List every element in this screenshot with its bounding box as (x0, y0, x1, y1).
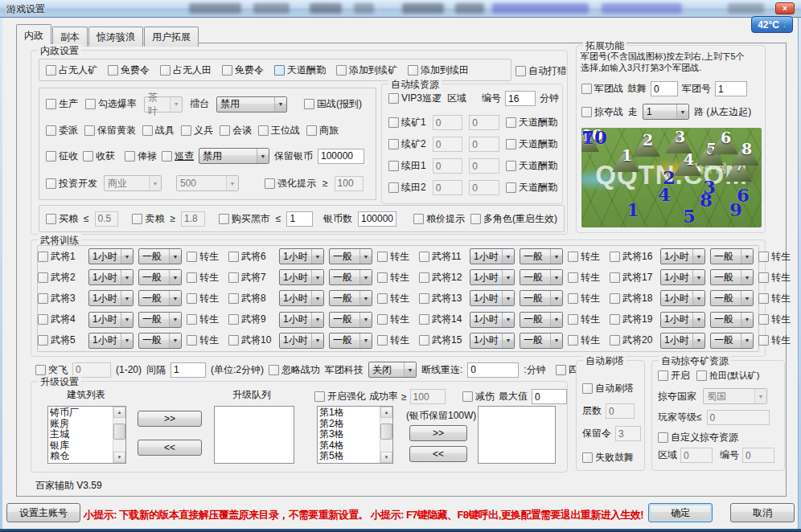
scroll-down-icon[interactable]: ▼ (113, 452, 125, 463)
duration-dropdown[interactable]: 1小时▼ (279, 312, 324, 328)
grain-alert-checkbox-item[interactable]: 粮价提示 (413, 212, 465, 226)
duration-dropdown[interactable]: 1小时▼ (88, 290, 134, 306)
reconnect-field[interactable]: 0 (467, 362, 519, 378)
reborn-checkbox[interactable] (568, 272, 578, 283)
checkbox[interactable] (408, 65, 418, 76)
list-item[interactable]: 粮仓 (50, 451, 111, 462)
arena-dropdown[interactable]: 禁用▼ (216, 96, 287, 113)
checkbox[interactable] (306, 125, 317, 136)
sell-grain-checkbox-item[interactable]: 卖粮 (132, 212, 164, 226)
general-checkbox[interactable] (38, 252, 48, 262)
general-checkbox[interactable] (419, 314, 429, 325)
resource-checkbox-item[interactable]: 续矿1 (388, 116, 426, 129)
checkbox[interactable] (142, 125, 153, 136)
list-item[interactable]: 铸币厂 (50, 407, 111, 419)
drop-rate-dropdown[interactable]: 茶叶▼ (144, 96, 183, 113)
duration-dropdown[interactable]: 1小时▼ (470, 333, 515, 349)
general-checkbox[interactable] (228, 335, 239, 346)
general-checkbox[interactable] (38, 314, 48, 325)
general-checkbox[interactable] (610, 252, 620, 262)
reborn-checkbox[interactable] (377, 293, 388, 304)
list-item[interactable]: 第3格 (319, 429, 378, 440)
country-dropdown[interactable]: 蜀国▼ (703, 388, 767, 404)
checkbox[interactable] (413, 214, 424, 224)
checkbox[interactable] (314, 391, 325, 402)
mode-dropdown[interactable]: 一般▼ (710, 333, 754, 349)
checkbox[interactable] (46, 99, 56, 109)
add-to-queue-button[interactable]: >> (138, 411, 202, 427)
reborn-checkbox[interactable] (377, 314, 388, 325)
drop-rate-checkbox-item[interactable]: 勾选爆率 (85, 97, 137, 111)
auto-tower-checkbox-item[interactable]: 自动刷塔 (582, 382, 634, 395)
checkbox[interactable] (506, 117, 516, 128)
extra-listbox[interactable] (478, 406, 556, 464)
mode-dropdown[interactable]: 一般▼ (138, 333, 182, 349)
reborn-checkbox[interactable] (568, 252, 578, 262)
duration-dropdown[interactable]: 1小时▼ (470, 248, 515, 264)
scroll-thumb[interactable] (113, 424, 125, 440)
list-item[interactable]: 第1格 (319, 407, 378, 419)
reborn-checkbox[interactable] (568, 335, 578, 346)
general-checkbox[interactable] (419, 293, 429, 304)
invest-type-dropdown[interactable]: 商业▼ (104, 175, 162, 191)
mode-dropdown[interactable]: 一般▼ (329, 248, 372, 264)
duration-dropdown[interactable]: 1小时▼ (279, 248, 324, 264)
reborn-checkbox[interactable] (758, 314, 769, 325)
checkbox[interactable] (388, 182, 399, 193)
reborn-checkbox[interactable] (187, 252, 197, 262)
cheer-field[interactable]: 0 (651, 81, 678, 96)
general-checkbox[interactable] (610, 272, 620, 283)
checkbox[interactable] (388, 161, 399, 171)
duration-dropdown[interactable]: 1小时▼ (660, 312, 705, 328)
legion-tech-dropdown[interactable]: 关闭▼ (368, 362, 417, 378)
checkbox[interactable] (83, 151, 93, 162)
option-checkbox-item[interactable]: 商旅 (306, 124, 339, 137)
slot-listbox[interactable]: 第1格 第2格 第3格 第4格 第5格 ▲ ▼ (317, 406, 393, 464)
slot-add-button[interactable]: >> (409, 425, 467, 441)
checkbox[interactable] (108, 65, 118, 76)
invest-checkbox-item[interactable]: 投资开发 (46, 177, 97, 190)
duration-dropdown[interactable]: 1小时▼ (88, 269, 134, 285)
option-checkbox-item[interactable]: 战具 (142, 124, 175, 137)
scroll-thumb[interactable] (380, 424, 392, 440)
player-level-field[interactable]: 0 (707, 410, 770, 425)
checkbox[interactable] (46, 151, 56, 162)
duration-dropdown[interactable]: 1小时▼ (88, 248, 134, 264)
resource-checkbox-item[interactable]: 续田1 (388, 159, 426, 173)
general-checkbox[interactable] (38, 293, 48, 304)
bonus-checkbox-item[interactable]: 天道酬勤 (506, 181, 557, 194)
grab-field-checkbox-item[interactable]: 抢田(默认矿) (696, 370, 759, 382)
reborn-checkbox[interactable] (758, 272, 769, 283)
general-checkbox[interactable] (38, 272, 48, 283)
option-checkbox-item[interactable]: 添加到续矿 (336, 63, 397, 77)
cancel-button[interactable]: 取消 (730, 503, 795, 522)
damage-reduce-checkbox-item[interactable]: 减伤 (462, 390, 495, 403)
tab-stormy-waves[interactable]: 惊涛骇浪 (88, 27, 143, 47)
upgrade-queue-listbox[interactable] (214, 406, 294, 464)
interval-field[interactable]: 1 (170, 362, 206, 378)
checkbox[interactable] (222, 65, 232, 76)
resource-checkbox-item[interactable]: 续田2 (388, 181, 426, 194)
resource-number-field[interactable]: 0 (469, 115, 499, 130)
speed-checkbox-item[interactable]: 突飞 (35, 363, 68, 377)
checkbox[interactable] (220, 125, 230, 136)
building-listbox[interactable]: 铸币厂 账房 主城 银库 粮仓 ▲ ▼ (47, 406, 126, 464)
general-checkbox[interactable] (419, 252, 429, 262)
checkbox[interactable] (258, 125, 269, 136)
checkbox[interactable] (84, 125, 95, 136)
checkbox[interactable] (274, 65, 285, 76)
checkbox[interactable] (658, 370, 668, 381)
checkbox[interactable] (125, 151, 135, 162)
mode-dropdown[interactable]: 一般▼ (138, 269, 182, 285)
custom-plunder-checkbox-item[interactable]: 自定义掠夺资源 (658, 431, 738, 444)
mode-dropdown[interactable]: 一般▼ (710, 312, 754, 328)
reborn-checkbox[interactable] (758, 252, 769, 262)
reborn-checkbox[interactable] (187, 272, 197, 283)
checkbox[interactable] (388, 93, 399, 104)
max-value-field[interactable]: 0 (532, 389, 567, 404)
slot-remove-button[interactable]: << (409, 446, 467, 462)
checkbox[interactable] (35, 365, 46, 375)
close-button[interactable]: × (775, 2, 795, 14)
enable-checkbox-item[interactable]: 开启 (658, 369, 690, 383)
duration-dropdown[interactable]: 1小时▼ (279, 269, 324, 285)
